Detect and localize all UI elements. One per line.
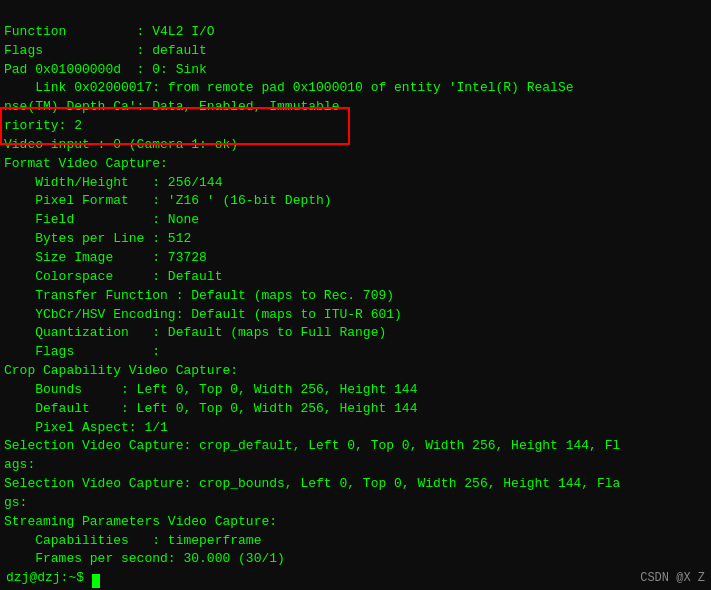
line-13: Size Image : 73728: [4, 250, 207, 265]
line-5: nse(TM) Depth Ca': Data, Enabled, Immuta…: [4, 99, 339, 114]
line-27: Streaming Parameters Video Capture:: [4, 514, 277, 529]
line-18: Flags :: [4, 344, 160, 359]
line-21: Default : Left 0, Top 0, Width 256, Heig…: [4, 401, 417, 416]
line-9: Width/Height : 256/144: [4, 175, 222, 190]
line-16: YCbCr/HSV Encoding: Default (maps to ITU…: [4, 307, 402, 322]
line-19: Crop Capability Video Capture:: [4, 363, 238, 378]
csdn-watermark: CSDN @X Z: [640, 570, 705, 587]
line-14: Colorspace : Default: [4, 269, 222, 284]
line-17: Quantization : Default (maps to Full Ran…: [4, 325, 386, 340]
line-1: Function : V4L2 I/O: [4, 24, 215, 39]
line-23: Selection Video Capture: crop_default, L…: [4, 438, 620, 453]
line-4: Link 0x02000017: from remote pad 0x10000…: [4, 80, 574, 95]
bottom-bar: dzj@dzj:~$ CSDN @X Z: [0, 567, 711, 590]
line-26: gs:: [4, 495, 27, 510]
line-20: Bounds : Left 0, Top 0, Width 256, Heigh…: [4, 382, 417, 397]
cursor: [92, 574, 100, 588]
line-24: ags:: [4, 457, 35, 472]
line-15: Transfer Function : Default (maps to Rec…: [4, 288, 394, 303]
line-22: Pixel Aspect: 1/1: [4, 420, 168, 435]
terminal-window: Function : V4L2 I/O Flags : default Pad …: [0, 0, 711, 590]
prompt-text: dzj@dzj:~$: [6, 570, 92, 585]
line-28: Capabilities : timeperframe: [4, 533, 261, 548]
line-12: Bytes per Line : 512: [4, 231, 191, 246]
line-3: Pad 0x01000000d : 0: Sink: [4, 62, 207, 77]
line-6: riority: 2: [4, 118, 82, 133]
line-25: Selection Video Capture: crop_bounds, Le…: [4, 476, 620, 491]
terminal-output: Function : V4L2 I/O Flags : default Pad …: [4, 4, 707, 590]
command-prompt[interactable]: dzj@dzj:~$: [6, 569, 100, 588]
line-2: Flags : default: [4, 43, 207, 58]
line-29: Frames per second: 30.000 (30/1): [4, 551, 285, 566]
line-10: Pixel Format : 'Z16 ' (16-bit Depth): [4, 193, 332, 208]
line-7: Video input : 0 (Camera 1: ok): [4, 137, 238, 152]
line-11: Field : None: [4, 212, 199, 227]
line-8: Format Video Capture:: [4, 156, 168, 171]
